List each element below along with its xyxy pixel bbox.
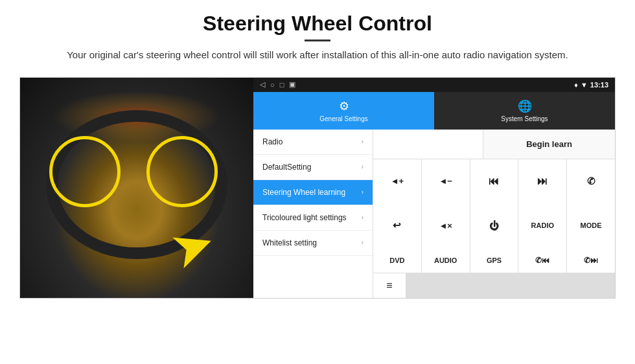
blank-cell: [373, 130, 483, 159]
vol-down-icon: ◄−: [439, 176, 452, 186]
vol-up-button[interactable]: ◄+: [373, 159, 421, 204]
gps-button[interactable]: GPS: [470, 248, 518, 273]
signal-icon: ♦: [574, 81, 578, 89]
steering-label: Steering Wheel learning: [262, 188, 345, 197]
menu-area: Radio › DefaultSetting › Steering Wheel …: [253, 130, 615, 298]
menu-list: Radio › DefaultSetting › Steering Wheel …: [253, 130, 373, 298]
tricoloured-label: Tricoloured light settings: [262, 213, 347, 222]
recents-nav-icon[interactable]: □: [280, 81, 284, 89]
tel-prev-button[interactable]: ✆⏮: [518, 248, 566, 273]
prev-track-button[interactable]: ⏮: [470, 159, 518, 204]
tab-general-label: General Settings: [319, 115, 368, 122]
clock: 13:13: [590, 81, 608, 89]
wifi-icon: ▼: [581, 81, 588, 89]
back-nav-icon[interactable]: ◁: [260, 80, 265, 89]
tab-general-settings[interactable]: ⚙ General Settings: [253, 92, 434, 130]
whitelist-label: Whitelist setting: [262, 238, 317, 247]
begin-learn-button[interactable]: Begin learn: [483, 130, 615, 159]
status-bar-right: ♦ ▼ 13:13: [574, 81, 608, 89]
menu-item-steering-wheel[interactable]: Steering Wheel learning ›: [253, 180, 373, 205]
radio-label-btn: RADIO: [531, 222, 554, 229]
android-panel: ◁ ○ □ ▣ ♦ ▼ 13:13 ⚙ General Settings: [253, 78, 615, 298]
car-image-panel: ➤: [20, 78, 253, 298]
tricoloured-chevron: ›: [362, 214, 364, 221]
system-settings-icon: 🌐: [518, 99, 532, 113]
highlight-circle-right: [146, 136, 218, 207]
page-title: Steering Wheel Control: [67, 12, 568, 36]
menu-item-radio[interactable]: Radio ›: [253, 130, 373, 155]
dvd-button[interactable]: DVD: [373, 248, 421, 273]
next-track-button[interactable]: ⏭: [518, 159, 566, 204]
menu-item-whitelist[interactable]: Whitelist setting ›: [253, 231, 373, 256]
mode-label: MODE: [581, 222, 602, 229]
tab-system-settings[interactable]: 🌐 System Settings: [434, 92, 615, 130]
content-area: ➤ ◁ ○ □ ▣ ♦ ▼ 13:13 ⚙: [19, 77, 616, 299]
menu-nav-icon[interactable]: ▣: [289, 80, 295, 89]
subtitle: Your original car's steering wheel contr…: [67, 48, 568, 63]
next-track-icon: ⏭: [537, 176, 548, 187]
tel-next-icon: ✆⏭: [584, 256, 598, 265]
steering-chevron: ›: [362, 188, 364, 196]
control-grid-row1: ◄+ ◄− ⏮ ⏭ ✆: [373, 159, 615, 204]
highlight-circle-left: [49, 136, 121, 207]
menu-item-default-setting[interactable]: DefaultSetting ›: [253, 155, 373, 180]
default-label: DefaultSetting: [262, 163, 311, 172]
phone-button[interactable]: ✆: [567, 159, 615, 204]
default-chevron: ›: [362, 163, 364, 170]
mute-icon: ◄×: [439, 221, 452, 231]
status-bar: ◁ ○ □ ▣ ♦ ▼ 13:13: [253, 78, 615, 92]
radio-label: Radio: [262, 137, 283, 146]
begin-learn-row: Begin learn: [373, 130, 615, 159]
tel-next-button[interactable]: ✆⏭: [567, 248, 615, 273]
mute-button[interactable]: ◄×: [422, 203, 470, 248]
whitelist-row: ≡: [373, 273, 615, 298]
hang-up-icon: ↩: [393, 220, 401, 231]
power-icon: ⏻: [489, 220, 499, 231]
radio-button[interactable]: RADIO: [518, 203, 566, 248]
prev-track-icon: ⏮: [489, 176, 499, 187]
power-button[interactable]: ⏻: [470, 203, 518, 248]
whitelist-icon-button[interactable]: ≡: [373, 273, 406, 298]
control-panel: Begin learn ◄+ ◄− ⏮: [373, 130, 615, 298]
tel-prev-icon: ✆⏮: [535, 256, 549, 265]
title-section: Steering Wheel Control Your original car…: [67, 12, 568, 72]
vol-up-icon: ◄+: [391, 176, 404, 186]
hang-up-button[interactable]: ↩: [373, 203, 421, 248]
dvd-label: DVD: [389, 256, 404, 264]
control-grid-row3: DVD AUDIO GPS ✆⏮ ✆⏭: [373, 248, 615, 273]
tab-system-label: System Settings: [501, 115, 548, 122]
mode-button[interactable]: MODE: [567, 203, 615, 248]
radio-chevron: ›: [362, 138, 364, 145]
title-divider: [305, 40, 330, 41]
whitelist-chevron: ›: [362, 239, 364, 246]
home-nav-icon[interactable]: ○: [270, 81, 275, 89]
whitelist-list-icon: ≡: [386, 280, 392, 291]
page-container: Steering Wheel Control Your original car…: [0, 0, 635, 364]
audio-label: AUDIO: [434, 256, 457, 264]
vol-down-button[interactable]: ◄−: [422, 159, 470, 204]
audio-button[interactable]: AUDIO: [422, 248, 470, 273]
tab-bar: ⚙ General Settings 🌐 System Settings: [253, 92, 615, 130]
general-settings-icon: ⚙: [339, 99, 349, 113]
gps-label: GPS: [487, 256, 502, 264]
phone-icon: ✆: [587, 176, 595, 187]
status-bar-left: ◁ ○ □ ▣: [260, 80, 295, 89]
menu-item-tricoloured[interactable]: Tricoloured light settings ›: [253, 205, 373, 231]
control-grid-row2: ↩ ◄× ⏻ RADIO MODE: [373, 203, 615, 248]
